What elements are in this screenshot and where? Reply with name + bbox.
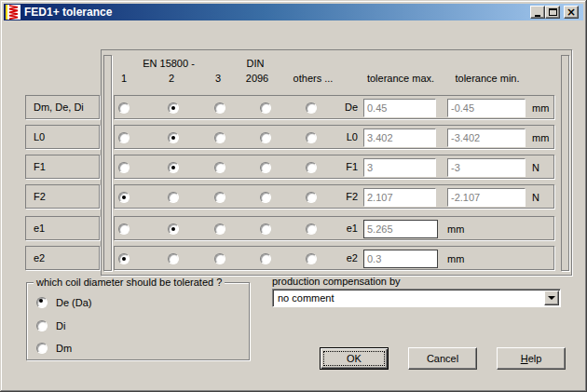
coil-option-de-da[interactable]: De (Da) (36, 296, 92, 309)
param-label: e1 (301, 217, 358, 239)
radio-row6-col4[interactable] (260, 253, 271, 264)
maximize-button[interactable] (545, 6, 560, 19)
radio-row4-col3[interactable] (214, 192, 225, 203)
close-icon: × (567, 7, 576, 18)
radio-row3-col2[interactable] (168, 162, 179, 173)
radio-row3-col3[interactable] (214, 162, 225, 173)
minimize-button[interactable] (530, 6, 545, 19)
radio-row4-col1[interactable] (118, 192, 130, 203)
radio-row6-col1[interactable] (118, 253, 130, 264)
row-label-text: e2 (34, 247, 45, 269)
tolerance-max-field[interactable] (363, 158, 436, 177)
radio-row6-col2[interactable] (168, 253, 179, 264)
unit-label: mm (532, 96, 549, 120)
window-title: FED1+ tolerance (24, 6, 112, 19)
tolerance-min-field[interactable] (447, 99, 526, 117)
coil-radio-0[interactable] (36, 297, 48, 308)
spring-app-icon[interactable] (6, 5, 20, 20)
combobox-dropdown-button[interactable] (544, 291, 559, 305)
radio-row2-col3[interactable] (214, 132, 225, 143)
row-label: Dm, De, Di (25, 95, 100, 119)
help-button[interactable]: Help (497, 347, 566, 370)
tolerance-max-field[interactable] (363, 99, 436, 117)
unit-label: N (532, 155, 539, 180)
radio-row2-col4[interactable] (260, 132, 271, 143)
combobox-selected-value: no comment (278, 291, 334, 304)
tolerance-min-field[interactable] (447, 188, 526, 207)
chevron-down-icon (548, 296, 555, 304)
table-row: L0mm (114, 125, 554, 149)
radio-row1-col3[interactable] (214, 102, 225, 114)
param-label: F1 (301, 155, 358, 178)
radio-row5-col4[interactable] (260, 223, 271, 235)
coil-option-label[interactable]: De (Da) (56, 297, 92, 308)
row-label: L0 (25, 125, 100, 149)
table-row: e1mm (114, 216, 554, 240)
table-row: e2mm (114, 246, 554, 270)
radio-row5-col2[interactable] (168, 223, 179, 235)
radio-row2-col2[interactable] (168, 132, 179, 143)
coil-radio-2[interactable] (36, 343, 48, 354)
tolerance-max-field[interactable] (363, 188, 436, 207)
close-button[interactable]: × (564, 6, 579, 19)
radio-row4-col2[interactable] (168, 192, 179, 203)
radio-row1-col2[interactable] (168, 102, 179, 114)
tolerance-max-field[interactable] (363, 128, 436, 147)
radio-row4-col4[interactable] (260, 192, 271, 203)
unit-label: N (532, 185, 539, 210)
minimize-icon (535, 15, 540, 17)
unit-label: mm (447, 217, 464, 241)
cancel-button[interactable]: Cancel (408, 347, 477, 370)
right-separator-bar (561, 55, 569, 271)
tolerance-min-field[interactable] (447, 158, 526, 177)
cancel-button-label: Cancel (427, 353, 458, 364)
param-label: e2 (301, 247, 358, 269)
radio-row3-col1[interactable] (118, 162, 130, 173)
row-label-text: L0 (34, 126, 45, 148)
coil-option-label[interactable]: Dm (56, 343, 72, 354)
coil-radio-1[interactable] (36, 320, 48, 331)
production-compensation-label: production compensation by (272, 276, 401, 287)
row-label-text: F1 (34, 155, 46, 178)
coil-option-label[interactable]: Di (56, 320, 65, 331)
coil-option-dm[interactable]: Dm (36, 342, 72, 355)
row-label-text: F2 (34, 185, 46, 208)
tolerance-max-field[interactable] (363, 220, 438, 238)
help-button-label: Help (521, 353, 542, 364)
coil-diameter-groupbox: which coil diameter should be tolerated … (26, 282, 250, 360)
param-label: De (301, 96, 358, 118)
row-label: F2 (25, 184, 100, 209)
radio-row5-col1[interactable] (118, 223, 130, 235)
row-label-text: Dm, De, Di (34, 96, 84, 118)
coil-groupbox-title: which coil diameter should be tolerated … (34, 277, 225, 288)
row-label: e1 (25, 216, 100, 240)
dialog-window: FED1+ tolerance × EN 15800 - DIN 1 2 3 2… (0, 0, 587, 392)
radio-row1-col4[interactable] (260, 102, 271, 114)
table-row: F2N (114, 184, 554, 209)
row-label: e2 (25, 246, 100, 270)
table-row: Demm (114, 95, 554, 119)
left-separator-bar (103, 55, 112, 271)
radio-row1-col1[interactable] (118, 102, 130, 114)
maximize-icon (549, 8, 557, 16)
radio-row5-col3[interactable] (214, 223, 225, 235)
row-label: F1 (25, 155, 100, 179)
param-label: F2 (301, 185, 358, 208)
focus-rect (323, 351, 385, 366)
ok-button[interactable]: OK (320, 347, 389, 370)
table-row: F1N (114, 155, 554, 179)
row-label-text: e1 (34, 217, 45, 239)
param-label: L0 (301, 126, 358, 148)
production-compensation-combobox[interactable]: no comment (272, 289, 561, 307)
unit-label: mm (532, 126, 549, 150)
coil-option-di[interactable]: Di (36, 319, 65, 332)
tolerance-min-field[interactable] (447, 128, 526, 147)
titlebar[interactable]: FED1+ tolerance × (4, 4, 583, 20)
radio-row6-col3[interactable] (214, 253, 225, 264)
tolerance-max-field[interactable] (363, 250, 438, 268)
radio-row2-col1[interactable] (118, 132, 130, 143)
radio-row3-col4[interactable] (260, 162, 271, 173)
unit-label: mm (447, 247, 464, 271)
